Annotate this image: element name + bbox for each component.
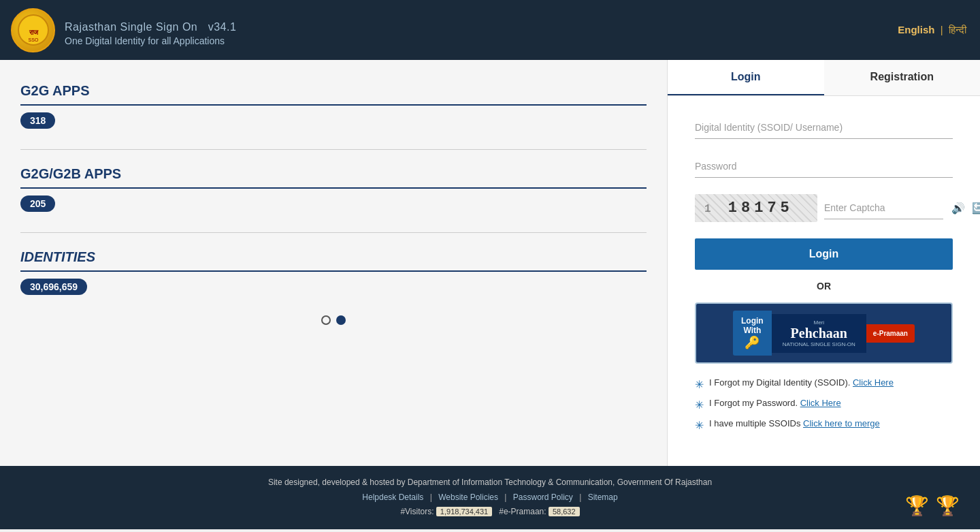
visitors-label: #Visitors: <box>400 507 434 516</box>
footer-links: Helpdesk Details | Website Policies | Pa… <box>14 490 966 505</box>
divider-1 <box>20 149 647 150</box>
site-title: Rajasthan Single Sign On v34.1 <box>65 14 236 35</box>
epramaan-count: 58,632 <box>549 507 580 516</box>
footer: Site designed, developed & hosted by Dep… <box>0 466 980 529</box>
forgot-ssoid-star: ✳ <box>695 378 704 391</box>
pehchaan-with-label: With <box>743 326 761 335</box>
header: राज SSO Rajasthan Single Sign On v34.1 O… <box>0 0 980 60</box>
merge-ssoid-text: I have multiple SSOIDs Click here to mer… <box>709 418 880 428</box>
footer-stats: #Visitors: 1,918,734,431 #e-Pramaan: 58,… <box>14 505 966 520</box>
captcha-refresh-icon[interactable]: 🔄 <box>970 200 980 217</box>
forgot-ssoid-link[interactable]: Click Here <box>853 377 894 388</box>
or-divider: OR <box>695 281 953 292</box>
captcha-image: 1 18175 <box>695 194 817 222</box>
pehchaan-epramaan-label: e-Pramaan <box>873 330 908 337</box>
g2gb-count-badge: 205 <box>20 195 55 212</box>
main-container: G2G APPS 318 G2G/G2B APPS 205 IDENTITIES… <box>0 60 980 466</box>
epramaan-label: #e-Pramaan: <box>499 507 546 516</box>
english-lang-link[interactable]: English <box>898 24 934 35</box>
password-group <box>695 155 953 178</box>
g2g-title: G2G APPS <box>20 74 647 106</box>
ssoid-group <box>695 116 953 139</box>
password-input[interactable] <box>695 155 953 178</box>
trophy-icon-1: 🏆 <box>905 495 929 517</box>
tab-login[interactable]: Login <box>668 60 824 95</box>
forgot-ssoid-text: I Forgot my Digital Identity (SSOID). Cl… <box>709 377 894 388</box>
helpdesk-link[interactable]: Helpdesk Details <box>362 492 423 502</box>
right-panel: Login Registration 1 18175 🔊 🔄 <box>667 60 980 466</box>
pehchaan-inner: Login With 🔑 Meri Pehchaan NATIONAL SING… <box>733 311 915 356</box>
forgot-password-item: ✳ I Forgot my Password. Click Here <box>695 398 953 411</box>
tab-registration[interactable]: Registration <box>824 60 981 95</box>
sitemap-link[interactable]: Sitemap <box>588 492 618 502</box>
identities-count-badge: 30,696,659 <box>20 279 87 295</box>
trophy-area: 🏆 🏆 <box>905 495 960 517</box>
pehchaan-button[interactable]: Login With 🔑 Meri Pehchaan NATIONAL SING… <box>695 302 953 364</box>
tab-bar: Login Registration <box>668 60 980 96</box>
captcha-icons: 🔊 🔄 <box>950 200 980 217</box>
logo: राज SSO <box>11 8 55 52</box>
language-switcher: English | हिन्दी <box>898 24 966 36</box>
forgot-password-text: I Forgot my Password. Click Here <box>709 398 841 408</box>
forgot-password-link[interactable]: Click Here <box>800 398 841 408</box>
forgot-ssoid-item: ✳ I Forgot my Digital Identity (SSOID). … <box>695 377 953 391</box>
svg-text:राज: राज <box>28 29 38 36</box>
identities-title: IDENTITIES <box>20 240 647 272</box>
carousel-dots <box>20 309 647 332</box>
password-policy-link[interactable]: Password Policy <box>513 492 573 502</box>
website-policies-link[interactable]: Website Policies <box>438 492 498 502</box>
captcha-audio-icon[interactable]: 🔊 <box>950 200 966 217</box>
login-form: 1 18175 🔊 🔄 Login OR Login With 🔑 <box>668 96 980 466</box>
footer-site-info: Site designed, developed & hosted by Dep… <box>14 475 966 490</box>
g2gb-title: G2G/G2B APPS <box>20 157 647 189</box>
identities-section: IDENTITIES 30,696,659 <box>20 240 647 309</box>
g2g-count-badge: 318 <box>20 112 55 129</box>
divider-2 <box>20 232 647 233</box>
pehchaan-name: Pehchaan <box>791 326 847 341</box>
ssoid-input[interactable] <box>695 116 953 139</box>
merge-ssoid-star: ✳ <box>695 419 704 432</box>
site-subtitle: One Digital Identity for all Application… <box>65 35 236 46</box>
left-panel: G2G APPS 318 G2G/G2B APPS 205 IDENTITIES… <box>0 60 667 466</box>
svg-text:SSO: SSO <box>28 37 38 42</box>
help-links: ✳ I Forgot my Digital Identity (SSOID). … <box>695 377 953 445</box>
merge-ssoid-item: ✳ I have multiple SSOIDs Click here to m… <box>695 418 953 432</box>
forgot-password-star: ✳ <box>695 398 704 411</box>
login-button[interactable]: Login <box>695 238 953 270</box>
visitors-count: 1,918,734,431 <box>436 507 492 516</box>
pehchaan-login-label: Login <box>741 316 764 326</box>
captcha-input[interactable] <box>824 197 943 219</box>
merge-ssoid-link[interactable]: Click here to merge <box>803 418 880 428</box>
g2gb-section: G2G/G2B APPS 205 <box>20 157 647 225</box>
g2g-section: G2G APPS 318 <box>20 74 647 142</box>
header-text: Rajasthan Single Sign On v34.1 One Digit… <box>65 14 236 46</box>
carousel-dot-2[interactable] <box>336 315 346 325</box>
trophy-icon-2: 🏆 <box>936 495 960 517</box>
carousel-dot-1[interactable] <box>321 315 331 325</box>
hindi-lang-link[interactable]: हिन्दी <box>949 24 966 35</box>
captcha-row: 1 18175 🔊 🔄 <box>695 194 953 222</box>
footer-wrapper: Site designed, developed & hosted by Dep… <box>0 466 980 529</box>
